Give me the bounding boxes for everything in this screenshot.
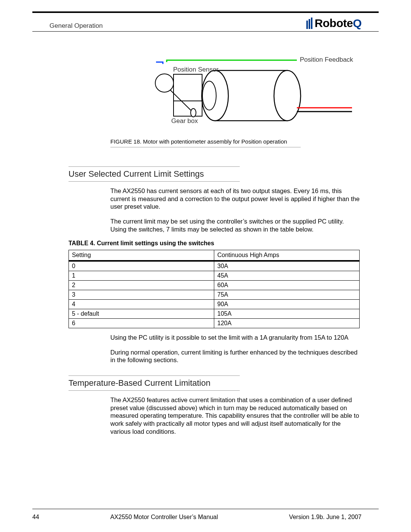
cell-setting: 6 [69, 319, 214, 328]
section-title: User Selected Current Limit Settings [68, 169, 362, 179]
section-rule [68, 375, 240, 376]
figure-caption: FIGURE 18. Motor with potentiometer asse… [110, 138, 354, 145]
cell-amps: 105A [214, 309, 360, 319]
svg-point-8 [202, 81, 216, 110]
table-row: 030A [69, 261, 360, 271]
figure-label-gearbox: Gear box [171, 117, 198, 125]
section-body: The AX2550 features active current limit… [110, 396, 362, 435]
table-header-row: Setting Continuous High Amps [69, 250, 360, 261]
svg-rect-1 [174, 101, 202, 116]
table-header-setting: Setting [69, 250, 214, 261]
motor-diagram: Position Sensor Position Feedback Gear b… [133, 58, 354, 134]
cell-amps: 30A [214, 261, 360, 271]
svg-point-6 [274, 70, 301, 121]
brand-text: Robote [315, 17, 353, 29]
figure-18: Position Sensor Position Feedback Gear b… [133, 58, 354, 147]
figure-caption-rule [110, 147, 301, 147]
svg-point-4 [191, 109, 196, 117]
footer-rule [32, 509, 379, 509]
table-row: 6120A [69, 319, 360, 328]
header-section-name: General Operation [49, 22, 103, 30]
paragraph: The AX2550 features active current limit… [110, 396, 362, 435]
top-rule-thick [32, 11, 379, 13]
brand-name: RoboteQ [315, 17, 362, 30]
table-header-amps: Continuous High Amps [214, 250, 360, 261]
paragraph: The AX2550 has current sensors at each o… [110, 187, 362, 211]
paragraph: During normal operation, current limitin… [110, 348, 362, 364]
cell-setting: 5 - default [69, 309, 214, 319]
section-rule [68, 390, 240, 391]
section-title: Temperature-Based Current Limitation [68, 378, 362, 388]
section-body: The AX2550 has current sensors at each o… [110, 187, 362, 233]
brand-logo: RoboteQ [306, 17, 362, 30]
page: General Operation RoboteQ [32, 11, 379, 521]
table-row: 145A [69, 271, 360, 281]
top-rule-thin [32, 31, 379, 32]
page-number: 44 [32, 514, 39, 521]
svg-rect-2 [174, 74, 202, 101]
brand-suffix: Q [353, 17, 362, 29]
cell-amps: 75A [214, 290, 360, 300]
cell-setting: 2 [69, 281, 214, 290]
paragraph: The current limit may be set using the c… [110, 217, 362, 233]
cell-setting: 1 [69, 271, 214, 281]
cell-amps: 90A [214, 300, 360, 309]
cell-setting: 3 [69, 290, 214, 300]
table-row: 490A [69, 300, 360, 309]
paragraph: Using the PC utility is it possible to s… [110, 334, 362, 342]
figure-label-feedback: Position Feedback [300, 56, 353, 64]
footer-row: 44 AX2550 Motor Controller User’s Manual… [32, 514, 379, 521]
section-rule [68, 181, 240, 182]
doc-title: AX2550 Motor Controller User’s Manual [110, 514, 218, 521]
logo-bars-icon [306, 18, 312, 29]
section-body: Using the PC utility is it possible to s… [110, 334, 362, 364]
section-current-limit: User Selected Current Limit Settings The… [68, 166, 362, 364]
current-limit-table: Setting Continuous High Amps 030A 145A 2… [68, 250, 360, 328]
doc-version: Version 1.9b. June 1, 2007 [289, 514, 362, 521]
table-row: 5 - default105A [69, 309, 360, 319]
table-caption: TABLE 4. Current limit settings using th… [68, 240, 362, 247]
section-temperature: Temperature-Based Current Limitation The… [68, 375, 362, 435]
figure-label-sensor: Position Sensor [173, 66, 218, 73]
svg-point-0 [155, 74, 174, 92]
cell-amps: 45A [214, 271, 360, 281]
cell-amps: 60A [214, 281, 360, 290]
table-row: 375A [69, 290, 360, 300]
page-footer: 44 AX2550 Motor Controller User’s Manual… [32, 509, 379, 521]
section-rule [68, 166, 240, 167]
page-header: General Operation RoboteQ [32, 17, 379, 30]
table-row: 260A [69, 281, 360, 290]
motor-diagram-svg [133, 58, 354, 134]
cell-setting: 0 [69, 261, 214, 271]
cell-setting: 4 [69, 300, 214, 309]
cell-amps: 120A [214, 319, 360, 328]
